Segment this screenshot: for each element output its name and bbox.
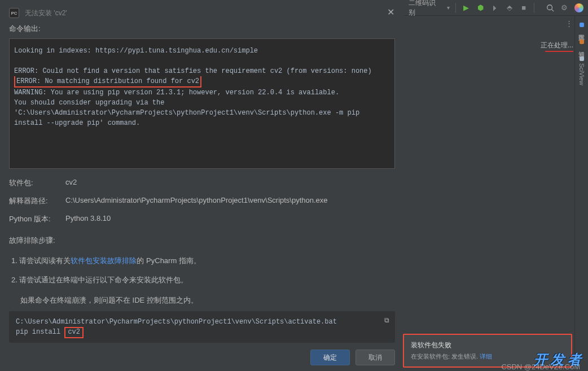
dialog-titlebar: PC 无法安装 'cv2' ✕ (9, 8, 395, 18)
run-config-dropdown[interactable]: 二维码识别 (409, 0, 441, 18)
main-toolbar: 二维码识别 ▾ ▶ ⬢ ⏵ ⬘ ■ ⚙ (404, 0, 588, 16)
toolbox-icon[interactable] (574, 3, 583, 12)
console-line: WARNING: You are using pip version 21.3.… (14, 89, 339, 97)
coverage-icon[interactable]: ⏵ (490, 3, 499, 12)
notification-popup[interactable]: 装软件包失败 在安装软件包: 发生错误. 详细 (403, 334, 572, 368)
kebab-menu-icon[interactable]: ⋮ (565, 19, 573, 28)
python-version-value: Python 3.8.10 (65, 214, 395, 224)
toolbar-divider (455, 3, 456, 13)
gear-icon[interactable]: ⚙ (560, 3, 569, 12)
troubleshoot-step-2: 2. 请尝试通过在终端中运行以下命令来安装此软件包。 (11, 275, 395, 285)
cancel-button[interactable]: 取消 (356, 350, 395, 365)
processing-label: 正在处理... (541, 41, 573, 50)
console-error-line: ERROR: Could not find a version that sat… (14, 66, 372, 76)
svg-line-1 (551, 9, 554, 11)
profile-icon[interactable]: ⬘ (505, 3, 514, 12)
interpreter-value: C:\Users\Administrator\PycharmProjects\p… (65, 196, 395, 206)
console-line: Looking in indexes: https://pypi.tuna.ts… (14, 47, 258, 55)
install-error-dialog: PC 无法安装 'cv2' ✕ 命令输出: Looking in indexes… (0, 0, 404, 371)
database-icon (580, 23, 584, 27)
package-label: 软件包: (9, 178, 65, 188)
sidebar-tab-sciview[interactable]: SciView (578, 56, 585, 85)
python-version-label: Python 版本: (9, 214, 65, 224)
debug-icon[interactable]: ⬢ (476, 3, 485, 12)
sidebar-tab-notifications[interactable]: 通知 (577, 40, 586, 46)
pycharm-icon: PC (9, 8, 19, 18)
console-line: You should consider upgrading via the 'C… (14, 99, 363, 127)
right-sidebar-tabs: 数据库 通知 SciView (574, 16, 588, 371)
console-error-line: ERROR: No matching distribution found fo… (14, 76, 201, 88)
editor-area: ⋮ 正在处理... 装软件包失败 在安装软件包: 发生错误. 详细 (404, 16, 588, 371)
copy-icon[interactable]: ⧉ (384, 316, 389, 326)
stop-icon[interactable]: ■ (519, 3, 528, 12)
dialog-title: 无法安装 'cv2' (25, 8, 67, 18)
package-info-grid: 软件包: cv2 解释器路径: C:\Users\Administrator\P… (9, 178, 395, 224)
troubleshoot-title: 故障排除步骤: (9, 235, 395, 246)
command-output-console[interactable]: Looking in indexes: https://pypi.tuna.ts… (9, 38, 395, 169)
sciview-icon (580, 56, 584, 61)
ide-right-pane: 二维码识别 ▾ ▶ ⬢ ⏵ ⬘ ■ ⚙ ⋮ 正在处理... 装软件包失败 在安装… (404, 0, 588, 371)
chevron-down-icon[interactable]: ▾ (447, 5, 450, 11)
dialog-buttons: 确定 取消 (9, 350, 395, 365)
command-line: pip install cv2 (16, 327, 388, 337)
search-icon[interactable] (546, 3, 555, 12)
toolbar-divider (534, 3, 534, 13)
highlighted-package: cv2 (64, 327, 84, 338)
ok-button[interactable]: 确定 (310, 350, 350, 365)
troubleshoot-note: 如果命令在终端崩溃，则问题不在 IDE 控制范围之内。 (20, 295, 395, 305)
svg-point-0 (547, 5, 552, 10)
troubleshoot-guide-link[interactable]: 软件包安装故障排除 (71, 256, 137, 265)
notification-details-link[interactable]: 详细 (480, 353, 492, 360)
command-box: C:\Users\Administrator\PycharmProjects\p… (9, 311, 395, 343)
notification-title: 装软件包失败 (411, 341, 564, 350)
troubleshoot-step-1: 1. 请尝试阅读有关软件包安装故障排除的 PyCharm 指南。 (11, 256, 395, 266)
run-icon[interactable]: ▶ (462, 3, 471, 12)
close-icon[interactable]: ✕ (386, 8, 395, 18)
bell-icon (580, 40, 584, 44)
sidebar-tab-database[interactable]: 数据库 (577, 23, 586, 29)
command-line: C:\Users\Administrator\PycharmProjects\p… (16, 317, 388, 327)
notification-body: 在安装软件包: 发生错误. 详细 (411, 352, 564, 361)
processing-indicator (545, 51, 573, 52)
package-value: cv2 (65, 178, 395, 188)
output-label: 命令输出: (9, 24, 395, 34)
interpreter-label: 解释器路径: (9, 196, 65, 206)
